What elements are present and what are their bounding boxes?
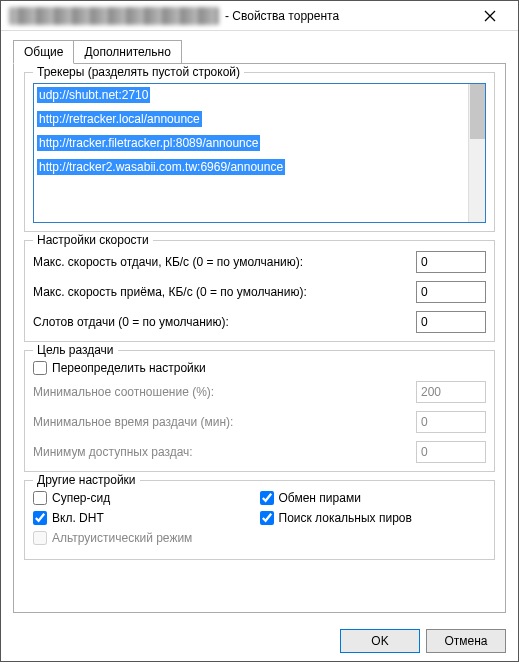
override-label: Переопределить настройки xyxy=(52,361,206,375)
min-avail-input xyxy=(416,441,486,463)
cancel-button[interactable]: Отмена xyxy=(426,629,506,653)
pex-label: Обмен пирами xyxy=(279,491,361,505)
upload-speed-label: Макс. скорость отдачи, КБ/с (0 = по умол… xyxy=(33,255,416,269)
titlebar-blurred-name xyxy=(9,7,219,25)
trackers-group: Трекеры (разделять пустой строкой) udp:/… xyxy=(24,72,495,232)
trackers-title: Трекеры (разделять пустой строкой) xyxy=(33,65,244,79)
dialog-content: Общие Дополнительно Трекеры (разделять п… xyxy=(1,31,518,621)
download-speed-input[interactable] xyxy=(416,281,486,303)
torrent-properties-dialog: - Свойства торрента Общие Дополнительно … xyxy=(0,0,519,662)
pex-checkbox[interactable] xyxy=(260,491,274,505)
seed-time-label: Минимальное время раздачи (мин): xyxy=(33,415,416,429)
dht-label: Вкл. DHT xyxy=(52,511,104,525)
titlebar: - Свойства торрента xyxy=(1,1,518,31)
scrollbar[interactable] xyxy=(468,84,485,222)
superseed-label: Супер-сид xyxy=(52,491,110,505)
upload-speed-input[interactable] xyxy=(416,251,486,273)
scroll-thumb[interactable] xyxy=(470,84,485,139)
ok-button[interactable]: OK xyxy=(340,629,420,653)
tracker-url: http://retracker.local/announce xyxy=(37,111,202,127)
min-avail-label: Минимум доступных раздач: xyxy=(33,445,416,459)
close-button[interactable] xyxy=(470,1,510,31)
tab-panel-general: Трекеры (разделять пустой строкой) udp:/… xyxy=(13,63,506,613)
seeding-title: Цель раздачи xyxy=(33,343,118,357)
speed-title: Настройки скорости xyxy=(33,233,153,247)
ratio-label: Минимальное соотношение (%): xyxy=(33,385,416,399)
altruistic-label: Альтруистический режим xyxy=(52,531,192,545)
lsd-label: Поиск локальных пиров xyxy=(279,511,412,525)
upload-slots-input[interactable] xyxy=(416,311,486,333)
other-title: Другие настройки xyxy=(33,473,140,487)
download-speed-label: Макс. скорость приёма, КБ/с (0 = по умол… xyxy=(33,285,416,299)
altruistic-checkbox xyxy=(33,531,47,545)
trackers-text: udp://shubt.net:2710 http://retracker.lo… xyxy=(34,84,468,222)
upload-slots-label: Слотов отдачи (0 = по умолчанию): xyxy=(33,315,416,329)
trackers-textarea[interactable]: udp://shubt.net:2710 http://retracker.lo… xyxy=(33,83,486,223)
close-icon xyxy=(484,10,496,22)
tabs: Общие Дополнительно xyxy=(13,39,506,63)
tab-general[interactable]: Общие xyxy=(13,40,74,64)
override-checkbox[interactable] xyxy=(33,361,47,375)
lsd-checkbox[interactable] xyxy=(260,511,274,525)
speed-group: Настройки скорости Макс. скорость отдачи… xyxy=(24,240,495,342)
tab-advanced[interactable]: Дополнительно xyxy=(73,40,181,64)
titlebar-suffix: - Свойства торрента xyxy=(225,9,339,23)
tracker-url: udp://shubt.net:2710 xyxy=(37,87,150,103)
seed-time-input xyxy=(416,411,486,433)
tracker-url: http://tracker.filetracker.pl:8089/annou… xyxy=(37,135,260,151)
dht-checkbox[interactable] xyxy=(33,511,47,525)
superseed-checkbox[interactable] xyxy=(33,491,47,505)
ratio-input xyxy=(416,381,486,403)
dialog-footer: OK Отмена xyxy=(1,621,518,661)
seeding-group: Цель раздачи Переопределить настройки Ми… xyxy=(24,350,495,472)
other-group: Другие настройки Супер-сид Вкл. DHT xyxy=(24,480,495,560)
tracker-url: http://tracker2.wasabii.com.tw:6969/anno… xyxy=(37,159,285,175)
